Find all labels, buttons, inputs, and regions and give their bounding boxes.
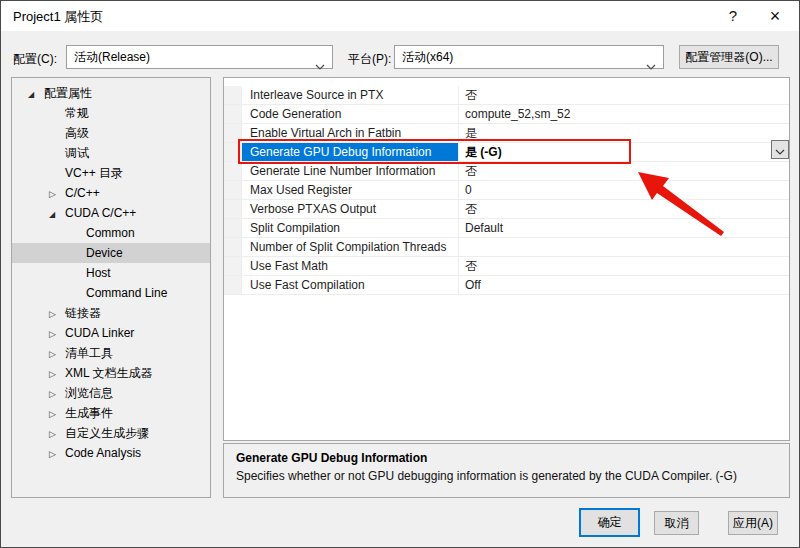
row-gutter (224, 86, 242, 104)
tree-item-command-line[interactable]: Command Line (12, 283, 210, 303)
tree-item--[interactable]: ▷自定义生成步骤 (12, 423, 210, 443)
property-name[interactable]: Use Fast Compilation (242, 276, 459, 294)
tree-item-common[interactable]: Common (12, 223, 210, 243)
tree-collapsed-icon[interactable]: ▷ (49, 424, 65, 444)
tree-item-xml-[interactable]: ▷XML 文档生成器 (12, 363, 210, 383)
property-value[interactable] (459, 238, 789, 256)
tree-collapsed-icon[interactable]: ▷ (49, 364, 65, 384)
tree-collapsed-icon[interactable]: ▷ (49, 384, 65, 404)
tree-collapsed-icon[interactable]: ▷ (49, 324, 65, 344)
tree-expanded-icon[interactable]: ◢ (49, 205, 65, 225)
property-name[interactable]: Enable Virtual Arch in Fatbin (242, 124, 459, 142)
tree-item-label: C/C++ (65, 186, 100, 200)
tree-item-cuda-c-c-[interactable]: ◢CUDA C/C++ (12, 203, 210, 223)
help-icon: ? (729, 7, 737, 24)
property-value[interactable]: Off (459, 276, 789, 294)
tree-item--[interactable]: 调试 (12, 143, 210, 163)
property-row: Generate Line Number Information否 (224, 162, 789, 181)
property-value[interactable]: 否 (459, 162, 789, 180)
property-name[interactable]: Number of Split Compilation Threads (242, 238, 459, 256)
tree-collapsed-icon[interactable]: ▷ (49, 304, 65, 324)
help-button[interactable]: ? (713, 1, 753, 31)
tree-item-c-c-[interactable]: ▷C/C++ (12, 183, 210, 203)
tree-item-cuda-linker[interactable]: ▷CUDA Linker (12, 323, 210, 343)
property-value[interactable]: 否 (459, 200, 789, 218)
tree-collapsed-icon[interactable]: ▷ (49, 344, 65, 364)
tree-collapsed-icon[interactable]: ▷ (49, 404, 65, 424)
tree-item-label: Command Line (86, 286, 167, 300)
property-row: Interleave Source in PTX否 (224, 86, 789, 105)
tree-item--[interactable]: ▷清单工具 (12, 343, 210, 363)
property-value[interactable]: 否 (459, 257, 789, 275)
tree-item-label: Host (86, 266, 111, 280)
tree-item-code-analysis[interactable]: ▷Code Analysis (12, 443, 210, 463)
tree-item-label: Common (86, 226, 135, 240)
tree-item-vc-[interactable]: VC++ 目录 (12, 163, 210, 183)
property-value[interactable]: 否 (459, 86, 789, 104)
tree-item--[interactable]: ◢配置属性 (12, 83, 210, 103)
property-tree: ◢配置属性常规高级调试VC++ 目录▷C/C++◢CUDA C/C++Commo… (11, 77, 211, 498)
row-gutter (224, 276, 242, 294)
tree-item-host[interactable]: Host (12, 263, 210, 283)
property-value[interactable]: Default (459, 219, 789, 237)
tree-collapsed-icon[interactable]: ▷ (49, 444, 65, 464)
tree-item-label: 常规 (65, 106, 89, 120)
chevron-down-icon (646, 55, 656, 77)
row-gutter (224, 124, 242, 142)
property-row: Enable Virtual Arch in Fatbin是 (224, 124, 789, 143)
property-row: Use Fast Math否 (224, 257, 789, 276)
platform-value: 活动(x64) (402, 50, 453, 64)
window-title: Project1 属性页 (13, 8, 103, 26)
ok-button[interactable]: 确定 (579, 508, 640, 537)
close-button[interactable]: × (755, 1, 795, 31)
tree-collapsed-icon[interactable]: ▷ (49, 184, 65, 204)
configuration-dropdown[interactable]: 活动(Release) (66, 45, 333, 69)
chevron-down-icon (775, 141, 785, 158)
row-gutter (224, 143, 242, 161)
close-icon: × (770, 6, 781, 26)
property-value[interactable]: 是 (-G) (459, 143, 789, 161)
tree-item-label: 浏览信息 (65, 386, 113, 400)
apply-button[interactable]: 应用(A) (728, 511, 778, 535)
platform-dropdown[interactable]: 活动(x64) (394, 45, 664, 69)
property-row: Split CompilationDefault (224, 219, 789, 238)
cancel-button[interactable]: 取消 (654, 511, 699, 535)
property-value[interactable]: 是 (459, 124, 789, 142)
property-value[interactable]: 0 (459, 181, 789, 199)
tree-item--[interactable]: 常规 (12, 103, 210, 123)
platform-label: 平台(P): (348, 51, 391, 68)
row-gutter (224, 219, 242, 237)
tree-item-label: CUDA Linker (65, 326, 134, 340)
tree-item-label: 清单工具 (65, 346, 113, 360)
property-name[interactable]: Interleave Source in PTX (242, 86, 459, 104)
property-row: Verbose PTXAS Output否 (224, 200, 789, 219)
tree-item-label: 生成事件 (65, 406, 113, 420)
tree-item--[interactable]: ▷链接器 (12, 303, 210, 323)
property-name[interactable]: Split Compilation (242, 219, 459, 237)
property-name[interactable]: Verbose PTXAS Output (242, 200, 459, 218)
row-gutter (224, 181, 242, 199)
tree-item--[interactable]: ▷浏览信息 (12, 383, 210, 403)
tree-item-label: CUDA C/C++ (65, 206, 136, 220)
tree-item-label: 配置属性 (44, 86, 92, 100)
tree-item-device[interactable]: Device (12, 243, 210, 263)
property-row: Code Generationcompute_52,sm_52 (224, 105, 789, 124)
property-row: Number of Split Compilation Threads (224, 238, 789, 257)
property-name[interactable]: Generate GPU Debug Information (242, 143, 459, 161)
property-value[interactable]: compute_52,sm_52 (459, 105, 789, 123)
property-name[interactable]: Max Used Register (242, 181, 459, 199)
value-dropdown-button[interactable] (771, 140, 789, 159)
property-row: Use Fast CompilationOff (224, 276, 789, 295)
tree-item-label: Device (86, 246, 123, 260)
tree-item-label: VC++ 目录 (65, 166, 123, 180)
property-name[interactable]: Generate Line Number Information (242, 162, 459, 180)
property-name[interactable]: Use Fast Math (242, 257, 459, 275)
property-grid: Interleave Source in PTX否Code Generation… (223, 77, 790, 441)
tree-item--[interactable]: 高级 (12, 123, 210, 143)
property-name[interactable]: Code Generation (242, 105, 459, 123)
tree-item--[interactable]: ▷生成事件 (12, 403, 210, 423)
tree-expanded-icon[interactable]: ◢ (28, 85, 44, 105)
configuration-value: 活动(Release) (74, 50, 150, 64)
configuration-manager-button[interactable]: 配置管理器(O)... (679, 45, 779, 69)
tree-item-label: XML 文档生成器 (65, 366, 153, 380)
